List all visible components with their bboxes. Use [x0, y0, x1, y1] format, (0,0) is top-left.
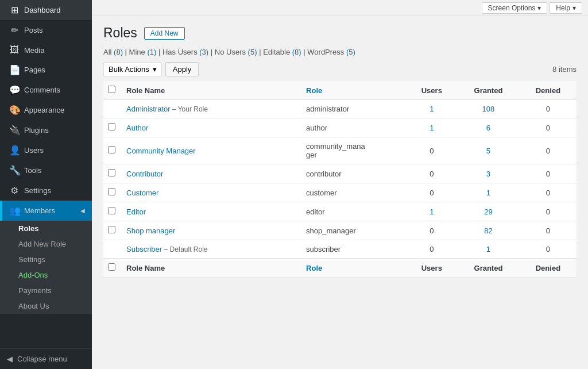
members-submenu: Roles Add New Role Settings Add-Ons Paym… [0, 221, 92, 314]
col-header-role[interactable]: Role [299, 81, 406, 100]
row-checkbox-cell[interactable] [103, 221, 119, 240]
sidebar-item-comments[interactable]: 💬 Comments [0, 80, 92, 100]
role-name-link[interactable]: Administrator [126, 105, 171, 113]
role-name-link[interactable]: Author [126, 124, 148, 132]
help-button[interactable]: Help ▾ [550, 2, 582, 14]
sidebar-item-media[interactable]: 🖼 Media [0, 40, 92, 60]
row-checkbox[interactable] [108, 207, 115, 214]
col-header-role-name: Role Name [119, 81, 299, 100]
role-name-link[interactable]: Editor [126, 207, 146, 216]
table-row: Shop managershop_manager0820 [103, 221, 577, 240]
row-granted-count: 6 [457, 118, 520, 137]
row-users-count: 0 [407, 164, 458, 183]
select-all-checkbox-footer[interactable] [108, 263, 115, 271]
sidebar-item-users[interactable]: 👤 Users [0, 140, 92, 160]
sidebar: ⊞ Dashboard ✏ Posts 🖼 Media 📄 Pages 💬 Co… [0, 0, 92, 369]
role-name-link[interactable]: Subscriber [126, 245, 162, 253]
role-name-link[interactable]: Contributor [126, 170, 163, 178]
row-checkbox[interactable] [108, 123, 115, 130]
plugins-icon: 🔌 [9, 125, 20, 136]
row-checkbox-cell[interactable] [103, 118, 119, 137]
row-checkbox-cell[interactable] [103, 183, 119, 202]
sidebar-item-tools[interactable]: 🔧 Tools [0, 160, 92, 180]
sidebar-item-settings[interactable]: ⚙ Settings [0, 180, 92, 201]
roles-table: Role Name Role Users Granted Denied [103, 81, 577, 277]
filter-editable[interactable]: Editable (8) [263, 48, 301, 56]
col-header-denied: Denied [520, 81, 577, 100]
table-footer-row: Role Name Role Users Granted Denied [103, 259, 577, 278]
select-all-checkbox[interactable] [108, 86, 115, 93]
sidebar-item-dashboard[interactable]: ⊞ Dashboard [0, 0, 92, 20]
row-role-slug: administrator [299, 100, 406, 118]
row-checkbox-cell[interactable] [103, 202, 119, 221]
row-role-slug: author [299, 118, 406, 137]
row-granted-count: 3 [457, 164, 520, 183]
row-role-slug: community_mana ger [299, 137, 406, 164]
filter-wordpress[interactable]: WordPress (5) [307, 48, 355, 56]
table-row: Editoreditor1290 [103, 202, 577, 221]
row-role-slug: subscriber [299, 240, 406, 259]
screen-options-button[interactable]: Screen Options ▾ [482, 2, 548, 14]
submenu-item-members-settings[interactable]: Settings [0, 252, 92, 267]
appearance-icon: 🎨 [9, 105, 20, 116]
row-checkbox[interactable] [108, 188, 115, 195]
filter-all[interactable]: All (8) [103, 48, 123, 56]
collapse-icon: ◀ [7, 355, 13, 363]
row-granted-count: 1 [457, 240, 520, 259]
role-suffix: – Default Role [162, 245, 207, 253]
sidebar-item-posts[interactable]: ✏ Posts [0, 20, 92, 40]
role-name-link[interactable]: Shop manager [126, 226, 175, 235]
col-footer-denied: Denied [520, 259, 577, 278]
role-name-link[interactable]: Customer [126, 189, 158, 197]
row-granted-count: 108 [457, 100, 520, 118]
row-checkbox[interactable] [108, 169, 115, 176]
row-checkbox-cell[interactable] [103, 164, 119, 183]
filter-mine[interactable]: Mine (1) [129, 48, 157, 56]
submenu-item-payments[interactable]: Payments [0, 283, 92, 298]
select-all-checkbox-header[interactable] [103, 81, 119, 100]
submenu-item-about-us[interactable]: About Us [0, 298, 92, 314]
bulk-actions-select[interactable]: Bulk Actions ▾ [103, 62, 162, 76]
items-count: 8 items [552, 65, 577, 74]
posts-icon: ✏ [9, 25, 20, 36]
row-denied-count: 0 [520, 164, 577, 183]
members-arrow-icon: ◀ [80, 207, 85, 214]
main-content: Screen Options ▾ Help ▾ Roles Add New Al… [92, 0, 588, 369]
role-name-link[interactable]: Community Manager [126, 147, 196, 155]
sidebar-item-appearance[interactable]: 🎨 Appearance [0, 100, 92, 120]
sidebar-item-plugins[interactable]: 🔌 Plugins [0, 120, 92, 140]
row-checkbox[interactable] [108, 146, 115, 153]
filter-no-users[interactable]: No Users (5) [215, 48, 257, 56]
row-users-count: 1 [407, 100, 458, 118]
table-row: Community Managercommunity_mana ger050 [103, 137, 577, 164]
col-footer-users: Users [407, 259, 458, 278]
row-checkbox-cell [103, 100, 119, 118]
row-checkbox[interactable] [108, 226, 115, 233]
row-checkbox-cell[interactable] [103, 137, 119, 164]
sidebar-item-pages[interactable]: 📄 Pages [0, 60, 92, 80]
filter-has-users[interactable]: Has Users (3) [163, 48, 208, 56]
collapse-menu-button[interactable]: ◀ Collapse menu [0, 348, 92, 369]
row-role-name: Contributor [119, 164, 299, 183]
col-footer-role-name: Role Name [119, 259, 299, 278]
row-role-slug: contributor [299, 164, 406, 183]
pages-icon: 📄 [9, 64, 20, 75]
row-role-name: Editor [119, 202, 299, 221]
row-role-slug: shop_manager [299, 221, 406, 240]
comments-icon: 💬 [9, 84, 20, 95]
table-row: Subscriber – Default Rolesubscriber010 [103, 240, 577, 259]
table-header-row: Role Name Role Users Granted Denied [103, 81, 577, 100]
table-row: Customercustomer010 [103, 183, 577, 202]
sidebar-item-members[interactable]: 👥 Members ◀ [0, 201, 92, 221]
add-new-button[interactable]: Add New [144, 27, 185, 40]
row-role-slug: editor [299, 202, 406, 221]
submenu-item-add-new-role[interactable]: Add New Role [0, 236, 92, 252]
row-denied-count: 0 [520, 100, 577, 118]
row-denied-count: 0 [520, 137, 577, 164]
apply-button[interactable]: Apply [165, 62, 199, 76]
submenu-item-roles[interactable]: Roles [0, 221, 92, 236]
select-all-checkbox-footer[interactable] [103, 259, 119, 278]
table-row: Authorauthor160 [103, 118, 577, 137]
submenu-item-add-ons[interactable]: Add-Ons [0, 267, 92, 283]
col-header-users: Users [407, 81, 458, 100]
